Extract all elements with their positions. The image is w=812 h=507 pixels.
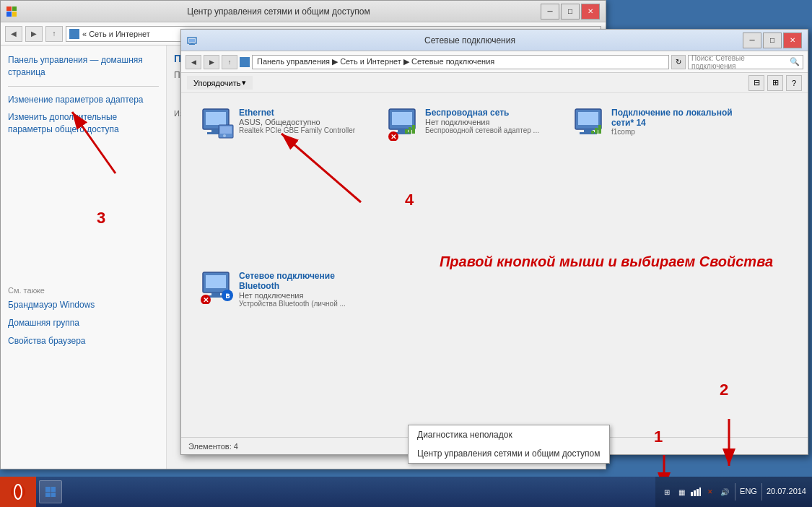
adapter-local[interactable]: Подключение по локальной сети* 14 f1comp [562,102,743,259]
local-info: Подключение по локальной сети* 14 f1comp [611,108,734,136]
sidebar-link-adapter[interactable]: Изменение параметров адаптера [8,94,159,106]
svg-point-41 [14,485,22,499]
tray-icon-2[interactable]: ▦ [676,486,687,498]
refresh-btn[interactable]: ↻ [671,55,686,69]
bluetooth-detail: Устройства Bluetooth (личной ... [239,300,362,308]
svg-rect-12 [392,112,412,125]
taskbar-tray: ⊞ ▦ ✕ 🔊 ENG 20.07.2014 [655,477,812,507]
search-icon: 🔍 [790,57,800,66]
context-diagnose[interactable]: Диагностика неполадок [409,425,609,444]
local-detail: f1comp [611,128,734,136]
instruction-area: Правой кнопкой мыши и выбираем Свойства [412,254,800,270]
second-close-button[interactable]: ✕ [783,32,802,48]
svg-rect-15 [405,129,408,134]
wifi-icon: ✕ [385,108,419,139]
maximize-button[interactable]: □ [561,4,580,20]
up-button[interactable]: ↑ [45,26,63,42]
second-address-path[interactable]: Панель управления ▶ Сеть и Интернет ▶ Се… [252,55,669,69]
svg-rect-5 [206,112,226,125]
svg-rect-21 [578,112,598,125]
wifi-info: Беспроводная сеть Нет подключения Беспро… [425,108,548,134]
ethernet-name: Ethernet [239,108,362,118]
wifi-name: Беспроводная сеть [425,108,548,118]
view-list-btn[interactable]: ⊟ [748,75,764,91]
sidebar-link-firewall[interactable]: Брандмауэр Windows [8,299,159,311]
ethernet-detail: Realtek PCIe GBE Family Controller [239,126,362,134]
taskbar: ⊞ ▦ ✕ 🔊 ENG 20.07.2014 [0,477,812,507]
svg-rect-25 [595,128,598,134]
second-toolbar: Упорядочить ▾ ⊟ ⊞ ? [181,73,808,93]
opera-icon [9,483,27,500]
tray-icon-1[interactable]: ⊞ [661,486,673,498]
second-up-btn[interactable]: ↑ [222,55,237,69]
tray-sound[interactable]: 🔊 [719,486,730,498]
second-back-btn[interactable]: ◀ [185,55,201,69]
bluetooth-icon: ʙ ✕ [198,271,233,303]
view-tiles-btn[interactable]: ⊞ [767,75,783,91]
adapter-wifi[interactable]: ✕ Беспроводная сеть Нет подключения Бесп… [376,102,556,259]
svg-rect-43 [694,490,696,496]
main-window-title: Центр управления сетями и общим доступом [17,6,541,17]
sidebar-link-browser[interactable]: Свойства браузера [8,335,159,347]
start-button[interactable] [0,477,36,507]
windows-icon [45,487,56,497]
svg-rect-28 [206,275,226,288]
second-forward-btn[interactable]: ▶ [204,55,219,69]
organize-btn[interactable]: Упорядочить ▾ [187,76,253,90]
svg-text:✕: ✕ [203,296,209,304]
tray-x-icon: ✕ [704,486,716,498]
svg-rect-42 [691,492,693,496]
ethernet-icon [198,108,233,139]
forward-button[interactable]: ▶ [25,26,43,42]
svg-rect-45 [699,488,701,496]
help-btn[interactable]: ? [786,75,802,91]
ethernet-info: Ethernet ASUS, Общедоступно Realtek PCIe… [239,108,362,134]
minimize-button[interactable]: ─ [541,4,559,20]
svg-rect-1 [189,39,195,42]
svg-rect-16 [409,127,411,134]
tray-divider [735,483,735,500]
see-also-label: См. также [8,286,159,295]
local-name: Подключение по локальной сети* 14 [611,108,734,128]
search-placeholder: Поиск: Сетевые подключения [691,54,790,70]
taskbar-items [36,480,655,503]
svg-rect-29 [211,292,220,295]
address-path: « Сеть и Интернет [82,30,150,38]
adapter-bluetooth[interactable]: ʙ ✕ Сетевое подключение Bluetooth Нет по… [190,265,370,428]
sidebar-link-homegroup[interactable]: Домашняя группа [8,317,159,329]
sidebar-link-home[interactable]: Панель управления — домашняя страница [8,54,159,79]
second-window-title: Сетевые подключения [197,35,743,46]
ethernet-status: ASUS, Общедоступно [239,118,362,126]
toolbar-right: ⊟ ⊞ ? [748,75,802,91]
second-search-box[interactable]: Поиск: Сетевые подключения 🔍 [688,55,803,69]
bluetooth-status: Нет подключения [239,291,362,300]
back-button[interactable]: ◀ [5,26,22,42]
svg-point-10 [223,134,226,137]
svg-text:ʙ: ʙ [225,291,230,300]
taskbar-item-1[interactable] [39,480,62,503]
tray-network[interactable] [690,486,702,498]
second-minimize-button[interactable]: ─ [743,32,761,48]
svg-rect-26 [598,125,601,134]
context-network-center[interactable]: Центр управления сетями и общим доступом [409,444,609,463]
bluetooth-name: Сетевое подключение Bluetooth [239,271,362,291]
tray-divider2 [761,483,762,500]
main-window-titlebar: Центр управления сетями и общим доступом… [1,1,606,22]
second-window-controls: ─ □ ✕ [743,32,802,48]
network-icon [187,35,197,46]
element-count: Элементов: 4 [188,442,238,451]
adapters-area: Ethernet ASUS, Общедоступно Realtek PCIe… [181,93,808,436]
second-address-bar: ◀ ▶ ↑ Панель управления ▶ Сеть и Интерне… [181,51,808,73]
adapter-ethernet[interactable]: Ethernet ASUS, Общедоступно Realtek PCIe… [190,102,370,259]
svg-rect-3 [189,44,195,45]
second-window-titlebar: Сетевые подключения ─ □ ✕ [181,30,808,51]
sidebar-link-share[interactable]: Изменить дополнительные параметры общего… [8,111,159,136]
second-maximize-button[interactable]: □ [763,32,782,48]
sidebar: Панель управления — домашняя страница Из… [1,46,167,469]
svg-rect-24 [591,131,594,134]
bluetooth-info: Сетевое подключение Bluetooth Нет подклю… [239,271,362,308]
close-button[interactable]: ✕ [581,4,600,20]
instruction-text: Правой кнопкой мыши и выбираем Свойства [412,254,800,270]
context-menu: Диагностика неполадок Центр управления с… [408,425,610,464]
wifi-status: Нет подключения [425,118,548,126]
